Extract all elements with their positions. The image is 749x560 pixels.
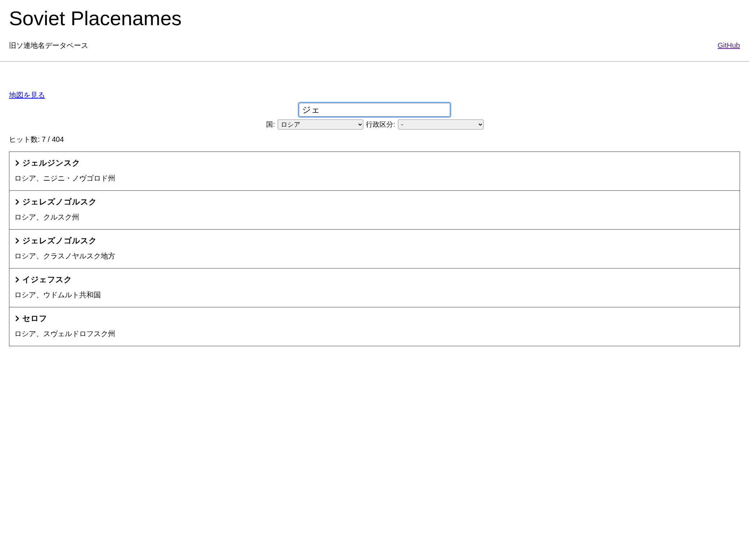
country-select[interactable]: ロシア	[278, 119, 363, 130]
region-label: 行政区分:	[366, 121, 395, 128]
result-location: ロシア、ウドムルト共和国	[14, 290, 735, 300]
result-title: セロフ	[22, 313, 47, 324]
result-title: イジェフスク	[22, 274, 72, 285]
page-subtitle: 旧ソ連地名データベース	[9, 41, 88, 50]
page-title: Soviet Placenames	[9, 6, 740, 30]
region-select[interactable]: -	[398, 119, 484, 130]
chevron-right-icon	[14, 277, 20, 283]
result-location: ロシア、クルスク州	[14, 212, 735, 222]
chevron-right-icon	[14, 238, 20, 244]
github-link[interactable]: GitHub	[718, 41, 740, 50]
result-item[interactable]: イジェフスクロシア、ウドムルト共和国	[9, 268, 740, 307]
result-item[interactable]: セロフロシア、スヴェルドロフスク州	[9, 307, 740, 346]
result-title: ジェレズノゴルスク	[22, 197, 97, 207]
search-input[interactable]	[299, 103, 450, 117]
result-item[interactable]: ジェレズノゴルスクロシア、クルスク州	[9, 191, 740, 230]
result-title: ジェルジンスク	[22, 158, 80, 168]
result-location: ロシア、ニジニ・ノヴゴロド州	[14, 173, 735, 183]
map-link[interactable]: 地図を見る	[9, 90, 45, 100]
hit-count: ヒット数: 7 / 404	[9, 135, 740, 144]
result-location: ロシア、クラスノヤルスク地方	[14, 251, 735, 261]
chevron-right-icon	[14, 316, 20, 321]
result-item[interactable]: ジェルジンスクロシア、ニジニ・ノヴゴロド州	[9, 152, 740, 191]
result-item[interactable]: ジェレズノゴルスクロシア、クラスノヤルスク地方	[9, 230, 740, 268]
chevron-right-icon	[14, 160, 20, 166]
result-title: ジェレズノゴルスク	[22, 235, 97, 246]
result-location: ロシア、スヴェルドロフスク州	[14, 329, 735, 339]
country-label: 国:	[266, 121, 275, 128]
chevron-right-icon	[14, 199, 20, 205]
results-list: ジェルジンスクロシア、ニジニ・ノヴゴロド州ジェレズノゴルスクロシア、クルスク州ジ…	[9, 152, 740, 346]
